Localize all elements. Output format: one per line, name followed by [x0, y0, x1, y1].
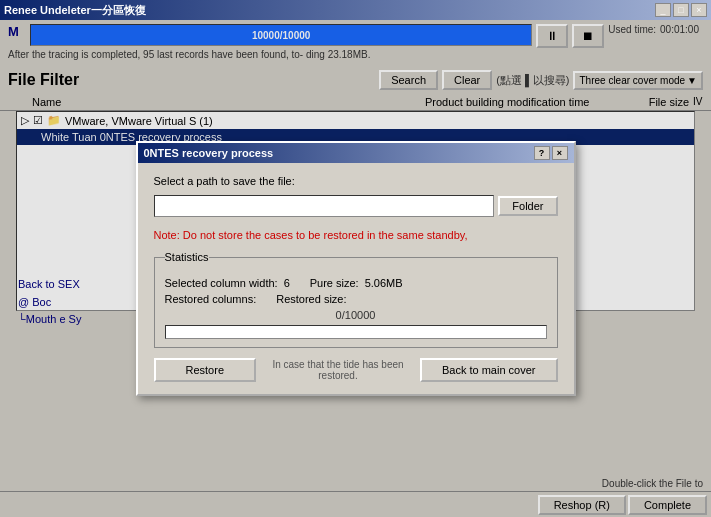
modal-title: 0NTES recovery process [144, 147, 274, 159]
modal-close-button[interactable]: × [552, 146, 568, 160]
statistics-group: Statistics Selected column width: 6 Pure… [154, 251, 558, 348]
folder-button[interactable]: Folder [498, 196, 557, 216]
selected-col-width: Selected column width: 6 [165, 277, 290, 289]
stats-row-1: Selected column width: 6 Pure size: 5.06… [165, 277, 547, 289]
path-row: Folder [154, 195, 558, 217]
modal-progress-row: 0/10000 [165, 309, 547, 321]
modal-help-button[interactable]: ? [534, 146, 550, 160]
restored-size: Restored size: [276, 293, 346, 305]
path-input[interactable] [154, 195, 495, 217]
close-button[interactable]: × [691, 3, 707, 17]
back-to-main-cover-button[interactable]: Back to main cover [420, 358, 558, 382]
warning-text: Note: Do not store the cases to be resto… [154, 229, 558, 241]
stats-row-2: Restored columns: Restored size: [165, 293, 547, 305]
modal-title-bar: 0NTES recovery process ? × [138, 143, 574, 163]
pure-size: Pure size: 5.06MB [310, 277, 403, 289]
title-bar: Renee Undeleter一分區恢復 _ □ × [0, 0, 711, 20]
restore-button[interactable]: Restore [154, 358, 257, 382]
modal-overlay: 0NTES recovery process ? × Select a path… [0, 20, 711, 517]
maximize-button[interactable]: □ [673, 3, 689, 17]
restore-note: In case that the tide has been restored. [256, 358, 420, 382]
main-window: M 10000/10000 ⏸ ⏹ Used time: 00:01:00 Af… [0, 20, 711, 517]
modal-buttons: Restore In case that the tide has been r… [154, 358, 558, 382]
minimize-button[interactable]: _ [655, 3, 671, 17]
window-controls: _ □ × [655, 3, 707, 17]
restored-cols: Restored columns: [165, 293, 257, 305]
modal-dialog: 0NTES recovery process ? × Select a path… [136, 141, 576, 396]
path-label: Select a path to save the file: [154, 175, 558, 187]
modal-progress-bar [165, 325, 547, 339]
stats-title: Statistics [165, 251, 209, 263]
app-title: Renee Undeleter一分區恢復 [4, 3, 146, 18]
modal-body: Select a path to save the file: Folder N… [138, 163, 574, 394]
